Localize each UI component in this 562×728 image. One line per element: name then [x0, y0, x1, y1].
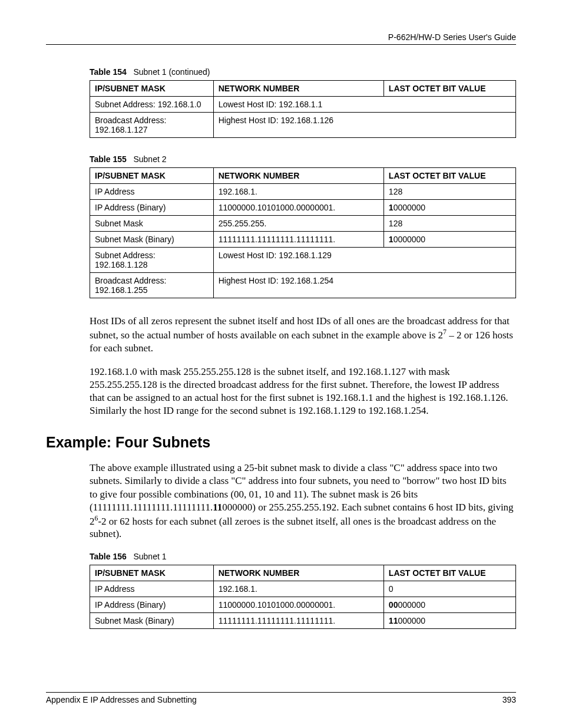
- table156-caption-title: Subnet 1: [133, 552, 166, 561]
- table-row: Broadcast Address: 192.168.1.127 Highest…: [90, 113, 516, 138]
- table-row: Subnet Address: 192.168.1.128 Lowest Hos…: [90, 248, 516, 273]
- cell: IP Address: [90, 581, 214, 597]
- table-header-row: IP/SUBNET MASK NETWORK NUMBER LAST OCTET…: [90, 81, 516, 97]
- cell: 192.168.1.: [213, 581, 384, 597]
- cell: Subnet Address: 192.168.1.0: [90, 97, 214, 113]
- cell: 11000000: [384, 612, 515, 628]
- rest-bits: 000000: [398, 616, 425, 625]
- p3-post: -2 or 62 hosts for each subnet (all zero…: [90, 515, 496, 539]
- table-row: IP Address 192.168.1. 128: [90, 184, 516, 200]
- table154: IP/SUBNET MASK NETWORK NUMBER LAST OCTET…: [90, 80, 516, 138]
- table154-caption-title: Subnet 1 (continued): [133, 67, 210, 77]
- cell: 128: [384, 184, 515, 200]
- table-row: IP Address (Binary) 11000000.10101000.00…: [90, 597, 516, 612]
- cell: Subnet Address: 192.168.1.128: [90, 248, 214, 273]
- cell: 255.255.255.: [213, 216, 384, 232]
- th-last-octet: LAST OCTET BIT VALUE: [384, 565, 515, 581]
- cell: 11000000.10101000.00000001.: [213, 200, 384, 216]
- table154-caption-num: Table 154: [90, 67, 127, 77]
- table-row: Subnet Mask (Binary) 11111111.11111111.1…: [90, 612, 516, 628]
- cell: 11111111.11111111.11111111.: [213, 232, 384, 248]
- cell: 11111111.11111111.11111111.: [213, 612, 384, 628]
- cell: Lowest Host ID: 192.168.1.1: [213, 97, 515, 113]
- th-ip-subnet-mask: IP/SUBNET MASK: [90, 168, 214, 184]
- table156-caption-num: Table 156: [90, 552, 127, 561]
- cell: 00000000: [384, 597, 515, 612]
- paragraph-subnet-ranges: 192.168.1.0 with mask 255.255.255.128 is…: [90, 365, 516, 417]
- table155-caption-num: Table 155: [90, 154, 127, 164]
- cell: 10000000: [384, 232, 515, 248]
- cell: Highest Host ID: 192.168.1.126: [213, 113, 515, 138]
- table-row: Subnet Address: 192.168.1.0 Lowest Host …: [90, 97, 516, 113]
- table155-caption-title: Subnet 2: [133, 154, 166, 164]
- table-row: Broadcast Address: 192.168.1.255 Highest…: [90, 273, 516, 298]
- table156-caption: Table 156 Subnet 1: [90, 552, 516, 561]
- footer-appendix: Appendix E IP Addresses and Subnetting: [46, 695, 197, 704]
- p3-bold: 11: [213, 502, 222, 513]
- cell: Subnet Mask: [90, 216, 214, 232]
- cell: IP Address (Binary): [90, 200, 214, 216]
- rest-bits: 0000000: [394, 235, 426, 244]
- cell: IP Address: [90, 184, 214, 200]
- cell: Lowest Host ID: 192.168.1.129: [213, 248, 515, 273]
- header-rule: [46, 44, 516, 45]
- header-guide-title: P-662H/HW-D Series User's Guide: [46, 32, 516, 44]
- table-row: IP Address (Binary) 11000000.10101000.00…: [90, 200, 516, 216]
- th-network-number: NETWORK NUMBER: [213, 81, 384, 97]
- cell: Broadcast Address: 192.168.1.255: [90, 273, 214, 298]
- rest-bits: 000000: [398, 600, 425, 610]
- cell: 10000000: [384, 200, 515, 216]
- paragraph-host-ids: Host IDs of all zeros represent the subn…: [90, 315, 516, 355]
- cell: 11000000.10101000.00000001.: [213, 597, 384, 612]
- th-network-number: NETWORK NUMBER: [213, 168, 384, 184]
- bold-bits: 1: [389, 203, 394, 212]
- table-header-row: IP/SUBNET MASK NETWORK NUMBER LAST OCTET…: [90, 168, 516, 184]
- bold-bits: 11: [389, 616, 398, 625]
- cell: Subnet Mask (Binary): [90, 232, 214, 248]
- paragraph-four-subnets: The above example illustrated using a 25…: [90, 462, 516, 541]
- table-row: Subnet Mask 255.255.255. 128: [90, 216, 516, 232]
- cell: Highest Host ID: 192.168.1.254: [213, 273, 515, 298]
- cell: IP Address (Binary): [90, 597, 214, 612]
- table-row: IP Address 192.168.1. 0: [90, 581, 516, 597]
- cell: 0: [384, 581, 515, 597]
- th-network-number: NETWORK NUMBER: [213, 565, 384, 581]
- bold-bits: 00: [389, 600, 398, 610]
- th-ip-subnet-mask: IP/SUBNET MASK: [90, 81, 214, 97]
- table154-caption: Table 154 Subnet 1 (continued): [90, 67, 516, 77]
- cell: Broadcast Address: 192.168.1.127: [90, 113, 214, 138]
- rest-bits: 0000000: [394, 203, 426, 212]
- cell: Subnet Mask (Binary): [90, 612, 214, 628]
- cell: 128: [384, 216, 515, 232]
- cell: 192.168.1.: [213, 184, 384, 200]
- page-footer: Appendix E IP Addresses and Subnetting 3…: [46, 692, 516, 704]
- bold-bits: 1: [389, 235, 394, 244]
- table156: IP/SUBNET MASK NETWORK NUMBER LAST OCTET…: [90, 565, 516, 629]
- table-header-row: IP/SUBNET MASK NETWORK NUMBER LAST OCTET…: [90, 565, 516, 581]
- th-last-octet: LAST OCTET BIT VALUE: [384, 81, 515, 97]
- footer-page-number: 393: [503, 695, 516, 704]
- table155: IP/SUBNET MASK NETWORK NUMBER LAST OCTET…: [90, 167, 516, 298]
- th-ip-subnet-mask: IP/SUBNET MASK: [90, 565, 214, 581]
- section-heading-four-subnets: Example: Four Subnets: [46, 434, 516, 451]
- th-last-octet: LAST OCTET BIT VALUE: [384, 168, 515, 184]
- table155-caption: Table 155 Subnet 2: [90, 154, 516, 164]
- table-row: Subnet Mask (Binary) 11111111.11111111.1…: [90, 232, 516, 248]
